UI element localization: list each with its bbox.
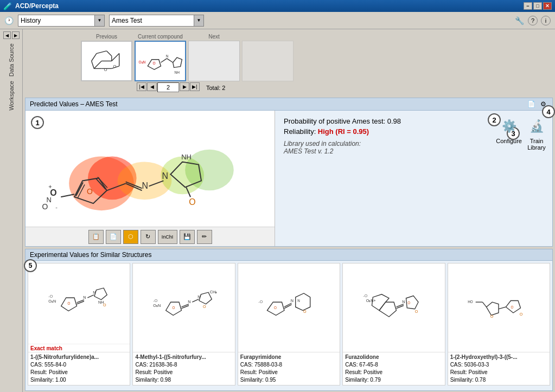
mol-tool-edit[interactable]: ✏ [197,230,212,244]
compound-3-svg: -O O N N O [257,284,322,332]
ames-test-dropdown[interactable]: Ames Test ▼ [109,15,204,27]
svg-line-0 [94,61,101,69]
history-dropdown[interactable]: History ▼ [18,15,105,27]
workspace-label[interactable]: Workspace [8,79,15,113]
svg-text:O: O [173,305,175,309]
svg-line-68 [192,299,199,301]
svg-text:NH: NH [181,153,192,161]
similar-molecule-2: -O O₂N O N N CH₃ O [133,264,234,352]
svg-text:O: O [274,305,277,309]
svg-text:N: N [162,171,168,181]
similar-molecule-5: HO O O O [448,264,550,352]
panel-arrow-right[interactable]: ▶ [12,31,20,39]
minimize-button[interactable]: − [524,2,532,10]
similar-card-1[interactable]: 5 -O O₂N O N [28,263,130,385]
pdf-export-button[interactable]: 📄 [526,100,536,108]
compound-5-svg: HO O O O [466,284,531,332]
tools-button[interactable]: 🔧 [514,15,525,26]
compound-1-cas: CAS: 555-84-0 [30,361,127,369]
svg-text:O: O [407,300,410,304]
svg-marker-95 [487,302,499,315]
svg-text:+: + [48,183,52,190]
similar-card-4[interactable]: -O O₂N+ N O O [342,263,445,385]
nav-next-button[interactable]: ▶ [180,82,189,91]
badge-1: 1 [31,116,44,129]
svg-text:N: N [83,295,86,300]
molecule-panel: 1 O + [25,111,275,246]
svg-marker-58 [94,288,107,300]
svg-text:N: N [166,54,169,58]
exact-match-label: Exact match [28,344,130,352]
title-bar: 🧪 ACD/Percepta − □ ✕ [0,0,555,12]
nav-last-button[interactable]: ▶| [190,82,200,91]
compound-5-result: Result: Positive [450,369,547,376]
previous-compound-thumb[interactable]: O O [81,41,132,81]
panel-arrow-left[interactable]: ◀ [3,31,11,39]
similar-card-3[interactable]: -O O N N O Furapyrimid [238,263,340,385]
train-library-label: TrainLibrary [527,138,546,151]
close-button[interactable]: ✕ [543,2,552,10]
svg-text:O: O [303,309,307,314]
svg-text:-O: -O [258,299,263,304]
svg-text:-: - [55,204,58,210]
content-area: Previous [23,29,555,392]
compound-2-info: 4-Methyl-1-((5-nitrofurfury... CAS: 2163… [133,352,234,385]
nav-prev-button[interactable]: ◀ [147,82,157,91]
nav-btn-row: |◀ ◀ ▶ ▶| [137,82,200,92]
compound-2-cas: CAS: 21638-36-8 [135,361,232,369]
compound-2-result: Result: Positive [135,369,232,376]
current-compound-input[interactable] [157,82,179,92]
compound-4-name: Furazolidone [345,354,442,361]
current-compound-thumb[interactable]: O₂N O N NH [135,41,186,81]
previous-compound[interactable]: Previous [81,34,132,81]
compound-3-info: Furapyrimidone CAS: 75888-03-8 Result: P… [238,352,340,385]
reliability-value: High (RI = 0.95) [318,127,369,136]
nav-first-button[interactable]: |◀ [137,82,146,91]
configure-button[interactable]: ⚙️ Configure [496,116,522,151]
ames-test-dropdown-arrow[interactable]: ▼ [194,15,203,26]
svg-line-87 [396,305,404,308]
svg-text:O₂N+: O₂N+ [366,298,376,303]
svg-line-66 [182,305,189,308]
experimental-section-title: Experimental Values for Similar Structur… [30,251,152,259]
svg-line-18 [167,59,173,62]
compound-3-similarity: Similarity: 0.95 [240,376,337,384]
train-library-button[interactable]: 🔬 TrainLibrary [526,116,547,151]
history-dropdown-label: History [18,17,94,24]
configure-label: Configure [496,138,522,144]
svg-text:O: O [520,311,523,316]
help-button[interactable]: ? [528,16,538,25]
svg-line-94 [483,302,487,307]
svg-text:-O: -O [48,294,53,299]
experimental-content: 5 -O O₂N O N [25,261,552,388]
mol-tool-rotate[interactable]: ↻ [141,230,156,244]
mol-tool-copy[interactable]: 📋 [88,230,104,244]
data-source-label[interactable]: Data Source [8,41,15,79]
predicted-section-title: Predicted Values – AMES Test [30,100,118,108]
svg-text:O₂N: O₂N [48,299,56,304]
info-button[interactable]: i [541,16,551,25]
mol-tool-inchi[interactable]: InChI [158,230,177,244]
compound-5-similarity: Similarity: 0.78 [450,376,547,384]
side-panel: ◀ ▶ Data Source Workspace [0,29,23,392]
previous-molecule-svg: O O [84,43,130,79]
maximize-button[interactable]: □ [533,2,542,10]
mol-tool-save[interactable]: 💾 [180,230,195,244]
svg-line-2 [112,54,119,61]
similar-card-5[interactable]: HO O O O [448,263,550,385]
svg-text:O: O [104,67,107,72]
similar-card-2[interactable]: -O O₂N O N N CH₃ O [132,263,235,385]
svg-text:N: N [297,299,300,303]
experimental-section-header: Experimental Values for Similar Structur… [25,249,552,261]
mol-tool-paste[interactable]: 📄 [106,230,121,244]
svg-text:-O: -O [363,293,367,298]
current-compound[interactable]: Current compound O₂N O N [135,34,186,81]
svg-marker-84 [379,302,397,317]
next-compound-placeholder [188,41,240,81]
compound-1-svg: -O O₂N O N N [47,279,112,328]
train-library-icon: 🔬 [526,116,547,137]
mol-tool-structure[interactable]: ⬡ [123,230,138,244]
svg-line-65 [182,304,189,306]
history-dropdown-arrow[interactable]: ▼ [94,15,104,26]
total-label: Total: 2 [206,85,225,91]
